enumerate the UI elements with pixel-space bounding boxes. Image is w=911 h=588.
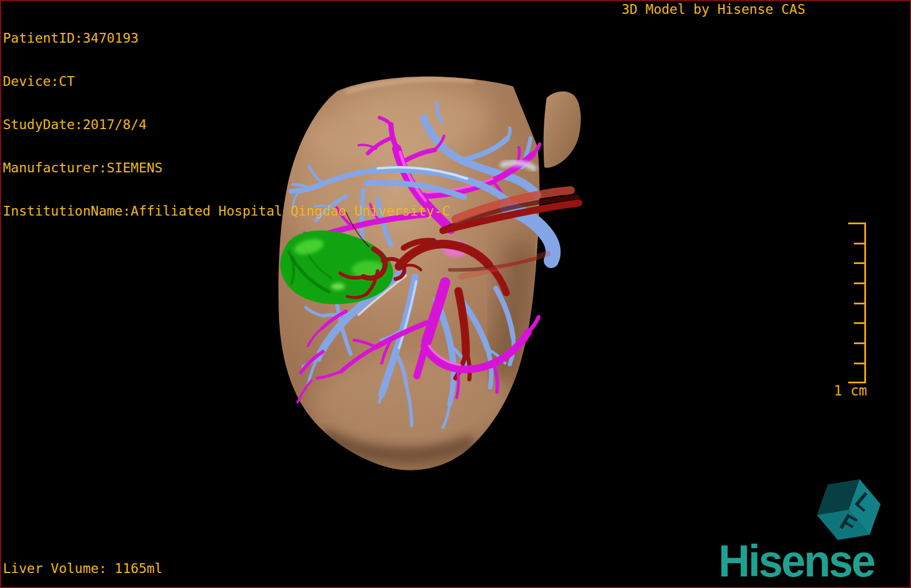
scale-bar: 1 cm [849,223,866,383]
study-date-line: StudyDate:2017/8/4 [3,118,450,132]
watermark-text: 3D Model by Hisense CAS [622,2,805,17]
device-line: Device:CT [3,74,450,89]
scale-bar-tick [854,322,865,324]
scale-bar-tick [854,282,865,284]
scale-bar-tick [848,223,865,224]
liver-volume-text: Liver Volume: 1165ml [3,561,163,576]
scale-bar-tick [854,243,865,244]
scale-bar-tick [854,363,865,364]
hisense-wordmark: Hisense [718,541,874,581]
viewer-root: PatientID:3470193 Device:CT StudyDate:20… [0,0,911,588]
institution-line: InstitutionName:Affiliated Hospital Qing… [3,204,450,218]
scale-bar-tick [854,342,865,344]
scale-bar-label: 1 cm [834,383,867,399]
liver-right-lobe-sliver [544,92,581,168]
scale-bar-tick [854,303,865,304]
scale-bar-tick [854,262,865,264]
manufacturer-line: Manufacturer:SIEMENS [3,161,450,175]
patient-id-line: PatientID:3470193 [3,31,450,46]
patient-info-overlay: PatientID:3470193 Device:CT StudyDate:20… [3,2,450,247]
